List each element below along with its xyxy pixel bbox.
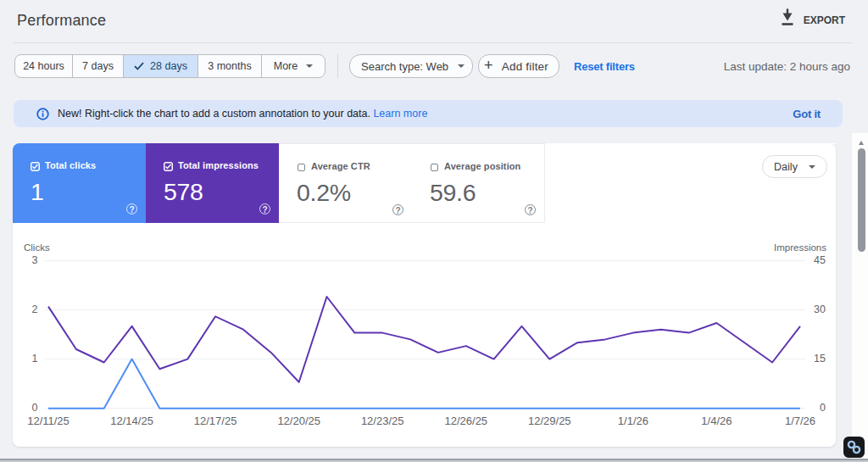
svg-text:3: 3 — [32, 254, 38, 266]
svg-text:0: 0 — [32, 402, 38, 414]
svg-text:2: 2 — [32, 303, 38, 315]
svg-text:12/14/25: 12/14/25 — [110, 415, 153, 427]
svg-text:12/11/25: 12/11/25 — [27, 415, 70, 427]
svg-text:12/23/25: 12/23/25 — [361, 415, 404, 427]
svg-text:Impressions: Impressions — [774, 242, 826, 253]
svg-text:12/17/25: 12/17/25 — [194, 415, 237, 427]
svg-text:1: 1 — [32, 353, 38, 365]
svg-text:1/1/26: 1/1/26 — [618, 415, 648, 427]
svg-text:0: 0 — [820, 402, 826, 414]
svg-text:1/4/26: 1/4/26 — [701, 415, 732, 427]
svg-text:12/26/25: 12/26/25 — [444, 415, 487, 427]
svg-text:12/20/25: 12/20/25 — [277, 415, 320, 427]
svg-text:1/7/26: 1/7/26 — [785, 415, 815, 427]
svg-text:15: 15 — [814, 353, 826, 365]
svg-text:45: 45 — [814, 254, 826, 266]
svg-text:30: 30 — [814, 303, 826, 315]
svg-text:12/29/25: 12/29/25 — [528, 415, 571, 427]
svg-text:Clicks: Clicks — [24, 242, 50, 253]
